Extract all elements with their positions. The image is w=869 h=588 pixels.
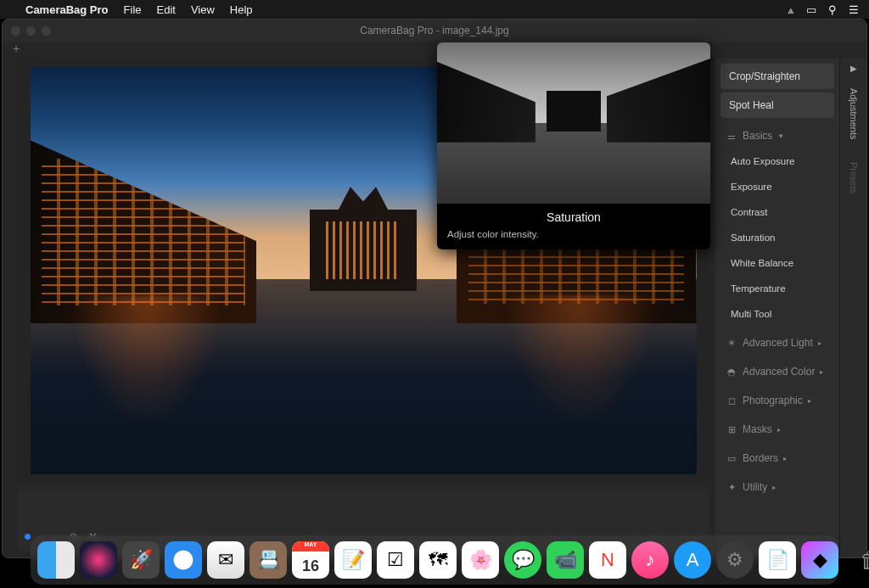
- tooltip-preview-image: [437, 42, 710, 204]
- dock-appstore[interactable]: A: [674, 541, 711, 579]
- dock-launchpad[interactable]: 🚀: [122, 541, 160, 579]
- camera-icon: ◻: [726, 395, 737, 406]
- menu-view[interactable]: View: [191, 3, 215, 16]
- strip-enabled-dot[interactable]: [25, 534, 31, 540]
- section-borders[interactable]: ▭ Borders ▸: [720, 444, 834, 469]
- app-name-menu[interactable]: CameraBag Pro: [25, 3, 109, 16]
- adjustments-panel: Crop/Straighten Spot Heal ⚌ Basics ▼ Aut…: [715, 59, 839, 557]
- titlebar: CameraBag Pro - image_144.jpg: [3, 20, 866, 42]
- color-icon: ◓: [726, 367, 737, 378]
- utility-icon: ✦: [726, 482, 737, 493]
- tooltip-description: Adjust color intensity.: [437, 226, 710, 249]
- dock-contacts[interactable]: 📇: [249, 541, 287, 579]
- menu-list-icon[interactable]: ☰: [849, 3, 859, 16]
- dock-camerabag[interactable]: ◆: [801, 541, 838, 579]
- dock-textedit[interactable]: 📄: [759, 541, 796, 579]
- adjust-auto-exposure[interactable]: Auto Exposure: [720, 150, 834, 172]
- dock-messages[interactable]: 💬: [504, 541, 541, 579]
- dock-mail[interactable]: ✉: [207, 541, 244, 579]
- window-title: CameraBag Pro - image_144.jpg: [360, 25, 508, 36]
- section-advanced-light[interactable]: ☀ Advanced Light ▸: [720, 328, 834, 354]
- tab-row[interactable]: +: [3, 42, 866, 59]
- dock-facetime[interactable]: 📹: [547, 541, 584, 579]
- spotlight-icon[interactable]: ⚲: [828, 3, 837, 16]
- adjust-contrast[interactable]: Contrast: [720, 201, 834, 223]
- crop-straighten-button[interactable]: Crop/Straighten: [720, 64, 834, 89]
- dock: 🚀 ✉ 📇 MAY 16 📝 ☑ 🗺 🌸 💬 📹 N ♪ A ⚙ 📄 ◆ 🗑: [31, 535, 838, 585]
- sun-icon: ☀: [726, 338, 737, 349]
- dock-music[interactable]: ♪: [631, 541, 669, 579]
- dock-maps[interactable]: 🗺: [419, 541, 457, 579]
- app-window: CameraBag Pro - image_144.jpg +: [2, 19, 867, 558]
- menu-help[interactable]: Help: [230, 3, 253, 16]
- tooltip-title: Saturation: [437, 204, 710, 226]
- chevron-right-icon: ▸: [818, 339, 821, 347]
- chevron-down-icon: ▼: [777, 132, 784, 140]
- dock-photos[interactable]: 🌸: [462, 541, 499, 579]
- dock-finder[interactable]: [37, 541, 75, 579]
- section-utility[interactable]: ✦ Utility ▸: [720, 473, 834, 498]
- dock-settings[interactable]: ⚙: [716, 541, 754, 579]
- adjust-temperature[interactable]: Temperature: [720, 277, 834, 300]
- side-tabs: ▶ Adjustments Presets: [839, 59, 866, 557]
- dock-trash[interactable]: 🗑: [852, 541, 869, 579]
- dock-news[interactable]: N: [589, 541, 626, 579]
- borders-icon: ▭: [726, 453, 737, 464]
- traffic-lights[interactable]: [11, 26, 51, 36]
- tab-adjustments[interactable]: Adjustments: [847, 81, 861, 147]
- chevron-right-icon: ▸: [777, 426, 781, 434]
- sliders-icon: ⚌: [726, 131, 737, 142]
- adjustment-tooltip: Saturation Adjust color intensity.: [437, 42, 710, 249]
- section-advanced-color[interactable]: ◓ Advanced Color ▸: [720, 357, 834, 383]
- menubar: CameraBag Pro File Edit View Help ⟁ ▭ ⚲ …: [0, 0, 869, 19]
- dock-reminders[interactable]: ☑: [377, 541, 414, 579]
- adjust-exposure[interactable]: Exposure: [720, 176, 834, 198]
- chevron-right-icon: ▸: [808, 397, 811, 405]
- display-icon[interactable]: ▭: [806, 3, 816, 16]
- masks-icon: ⊞: [726, 424, 737, 435]
- section-basics[interactable]: ⚌ Basics ▼: [720, 121, 834, 147]
- chevron-right-icon: ▸: [783, 455, 787, 462]
- section-masks[interactable]: ⊞ Masks ▸: [720, 415, 834, 440]
- dock-calendar[interactable]: MAY 16: [292, 541, 329, 579]
- dock-safari[interactable]: [165, 541, 202, 579]
- adjust-multi-tool[interactable]: Multi Tool: [720, 303, 834, 325]
- tab-presets[interactable]: Presets: [847, 155, 861, 200]
- collapse-panel-icon[interactable]: ▶: [850, 64, 857, 73]
- spot-heal-button[interactable]: Spot Heal: [720, 92, 834, 118]
- menu-edit[interactable]: Edit: [157, 3, 176, 16]
- chevron-right-icon: ▸: [820, 368, 823, 376]
- status-icon[interactable]: ⟁: [788, 3, 794, 16]
- menu-file[interactable]: File: [124, 3, 142, 16]
- adjust-saturation[interactable]: Saturation: [720, 227, 834, 249]
- dock-siri[interactable]: [80, 541, 117, 579]
- dock-notes[interactable]: 📝: [334, 541, 372, 579]
- section-photographic[interactable]: ◻ Photographic ▸: [720, 386, 834, 412]
- chevron-right-icon: ▸: [772, 484, 776, 491]
- adjust-white-balance[interactable]: White Balance: [720, 252, 834, 274]
